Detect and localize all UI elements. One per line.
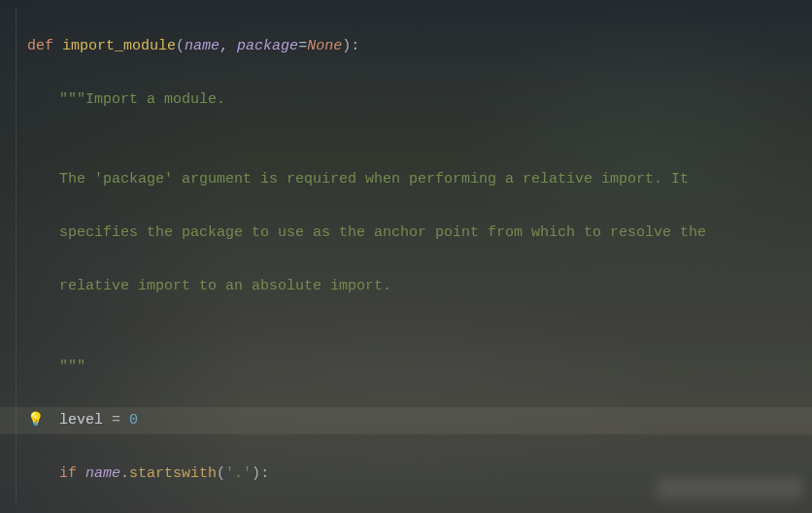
code-line: def import_module(name, package=None):: [27, 33, 804, 60]
fold-guide: [16, 8, 17, 503]
code-line: relative import to an absolute import.: [27, 273, 804, 300]
code-line: level = 0: [27, 407, 804, 434]
editor-gutter: [0, 0, 31, 513]
code-editor[interactable]: def import_module(name, package=None): "…: [27, 6, 804, 513]
code-line: """Import a module.: [27, 86, 804, 114]
code-line: specifies the package to use as the anch…: [27, 220, 804, 247]
code-line: """: [27, 354, 804, 381]
code-line: The 'package' argument is required when …: [27, 166, 804, 193]
blurred-region: [657, 478, 802, 499]
intention-bulb-icon[interactable]: 💡: [27, 407, 44, 434]
